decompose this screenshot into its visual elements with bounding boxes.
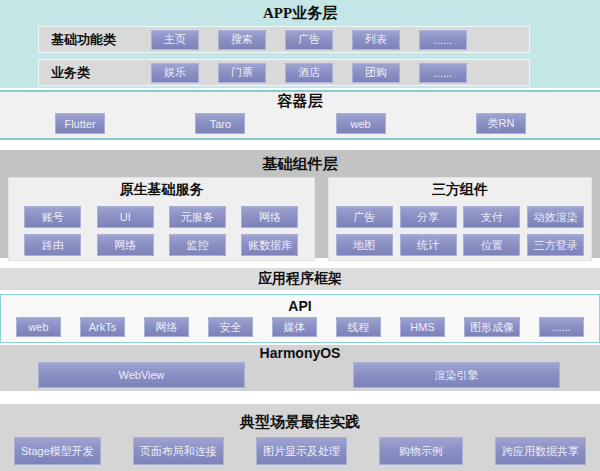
group-third-party-title: 三方组件 <box>329 180 591 200</box>
third-party-row-2: 地图 统计 位置 三方登录 <box>329 234 591 256</box>
native-services-row-2: 路由 网络 监控 账数据库 <box>9 234 314 256</box>
chip-map[interactable]: 地图 <box>336 234 393 256</box>
chip-network[interactable]: 网络 <box>241 206 298 228</box>
chip-home[interactable]: 主页 <box>151 30 199 50</box>
chip-group-buy[interactable]: 团购 <box>352 63 400 83</box>
chip-shopping-sample[interactable]: 购物示例 <box>379 437 463 465</box>
chip-api-more[interactable]: ...... <box>539 317 584 337</box>
row-basic-functions-label: 基础功能类 <box>39 31 151 49</box>
chip-entertainment[interactable]: 娱乐 <box>151 63 199 83</box>
section-container-layer: 容器层 Flutter Taro web 类RN <box>0 90 600 140</box>
section-application-framework: 应用程序框架 <box>0 268 600 290</box>
row-business: 业务类 娱乐 门票 酒店 团购 ...... <box>38 59 530 86</box>
chip-advertising[interactable]: 广告 <box>336 206 393 228</box>
chip-api-graphics[interactable]: 图形成像 <box>464 317 520 337</box>
chip-api-network[interactable]: 网络 <box>144 317 189 337</box>
api-layer-title: API <box>1 297 599 315</box>
harmonyos-title: HarmonyOS <box>0 345 600 362</box>
third-party-row-1: 广告 分享 支付 动效渲染 <box>329 206 591 228</box>
chip-page-layout-link[interactable]: 页面布局和连接 <box>133 437 224 465</box>
chip-payment[interactable]: 支付 <box>463 206 520 228</box>
component-groups: 原生基础服务 账号 UI 元服务 网络 路由 网络 监控 账数据库 三方组件 广… <box>8 177 592 261</box>
chip-tickets[interactable]: 门票 <box>218 63 266 83</box>
api-layer-buttons: web ArkTs 网络 安全 媒体 线程 HMS 图形成像 ...... <box>1 315 599 337</box>
chip-more-business[interactable]: ...... <box>419 63 467 83</box>
chip-account[interactable]: 账号 <box>24 206 81 228</box>
chip-webview[interactable]: WebView <box>38 362 245 388</box>
chip-search[interactable]: 搜索 <box>218 30 266 50</box>
chip-share[interactable]: 分享 <box>400 206 457 228</box>
chip-statistics[interactable]: 统计 <box>400 234 457 256</box>
chip-list[interactable]: 列表 <box>352 30 400 50</box>
group-native-services: 原生基础服务 账号 UI 元服务 网络 路由 网络 监控 账数据库 <box>8 177 315 261</box>
chip-api-web[interactable]: web <box>16 317 61 337</box>
container-layer-title: 容器层 <box>0 92 600 111</box>
chip-rn-like[interactable]: 类RN <box>476 113 526 134</box>
best-practices-buttons: Stage模型开发 页面布局和连接 图片显示及处理 购物示例 跨应用数据共享 <box>0 432 600 465</box>
section-app-business-layer: APP业务层 基础功能类 主页 搜索 广告 列表 ...... 业务类 娱乐 门… <box>0 0 600 88</box>
chip-ui[interactable]: UI <box>97 206 154 228</box>
chip-monitor[interactable]: 监控 <box>169 234 226 256</box>
row-basic-functions-buttons: 主页 搜索 广告 列表 ...... <box>151 30 529 50</box>
chip-location[interactable]: 位置 <box>463 234 520 256</box>
chip-ads[interactable]: 广告 <box>285 30 333 50</box>
row-business-buttons: 娱乐 门票 酒店 团购 ...... <box>151 63 529 83</box>
chip-router[interactable]: 路由 <box>24 234 81 256</box>
group-third-party: 三方组件 广告 分享 支付 动效渲染 地图 统计 位置 三方登录 <box>328 177 592 261</box>
component-layer-title: 基础组件层 <box>0 154 600 174</box>
section-harmonyos-layer: HarmonyOS WebView 渲染引擎 <box>0 345 600 391</box>
chip-api-media[interactable]: 媒体 <box>272 317 317 337</box>
chip-flutter[interactable]: Flutter <box>55 113 105 134</box>
chip-more-basic[interactable]: ...... <box>419 30 467 50</box>
section-best-practices: 典型场景最佳实践 Stage模型开发 页面布局和连接 图片显示及处理 购物示例 … <box>0 404 600 471</box>
application-framework-title: 应用程序框架 <box>258 269 342 289</box>
chip-api-thread[interactable]: 线程 <box>336 317 381 337</box>
chip-meta-service[interactable]: 元服务 <box>169 206 226 228</box>
harmonyos-architecture-diagram: APP业务层 基础功能类 主页 搜索 广告 列表 ...... 业务类 娱乐 门… <box>0 0 600 471</box>
container-layer-buttons: Flutter Taro web 类RN <box>0 111 600 134</box>
group-native-services-title: 原生基础服务 <box>9 180 314 200</box>
chip-api-hms[interactable]: HMS <box>400 317 445 337</box>
native-services-row-1: 账号 UI 元服务 网络 <box>9 206 314 228</box>
chip-web[interactable]: web <box>336 113 386 134</box>
chip-hotel[interactable]: 酒店 <box>285 63 333 83</box>
app-layer-title: APP业务层 <box>0 3 600 23</box>
row-basic-functions: 基础功能类 主页 搜索 广告 列表 ...... <box>38 26 530 53</box>
chip-third-login[interactable]: 三方登录 <box>527 234 584 256</box>
harmonyos-buttons: WebView 渲染引擎 <box>0 362 600 388</box>
row-business-label: 业务类 <box>39 64 151 82</box>
best-practices-title: 典型场景最佳实践 <box>0 412 600 432</box>
chip-account-db[interactable]: 账数据库 <box>241 234 298 256</box>
chip-image-display[interactable]: 图片显示及处理 <box>256 437 347 465</box>
section-component-layer: 基础组件层 原生基础服务 账号 UI 元服务 网络 路由 网络 监控 账数据库 <box>0 150 600 258</box>
chip-stage-model-dev[interactable]: Stage模型开发 <box>14 437 101 465</box>
section-api-layer: API web ArkTs 网络 安全 媒体 线程 HMS 图形成像 .....… <box>0 294 600 343</box>
chip-cross-app-sharing[interactable]: 跨应用数据共享 <box>495 437 586 465</box>
chip-api-security[interactable]: 安全 <box>208 317 253 337</box>
chip-animation-render[interactable]: 动效渲染 <box>527 206 584 228</box>
chip-network-2[interactable]: 网络 <box>97 234 154 256</box>
chip-render-engine[interactable]: 渲染引擎 <box>353 362 560 388</box>
chip-taro[interactable]: Taro <box>195 113 245 134</box>
chip-api-arkts[interactable]: ArkTs <box>80 317 125 337</box>
